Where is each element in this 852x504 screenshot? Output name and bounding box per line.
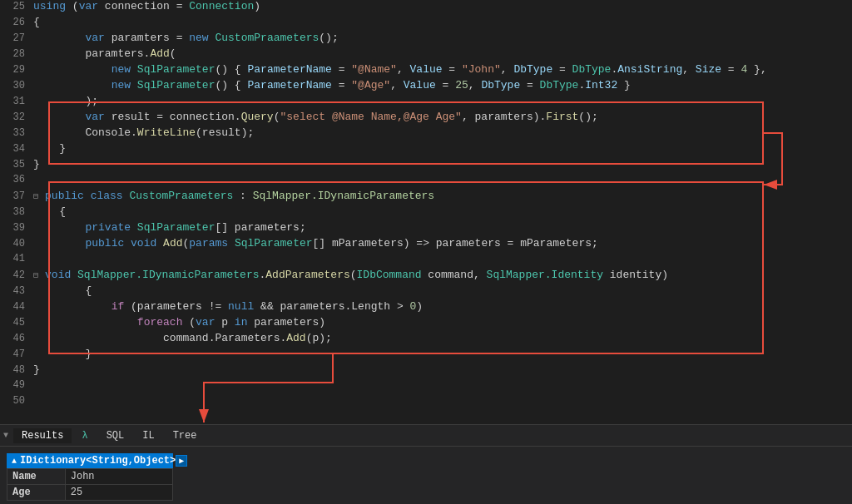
line-number: 46 — [0, 333, 33, 344]
tab-lambda[interactable]: λ — [73, 428, 96, 443]
token-type: SqlParameter — [137, 221, 215, 234]
token-plain: ) — [416, 300, 423, 313]
token-plain: parameters) — [247, 316, 325, 329]
line-content: new SqlParameter() { ParameterName = "@N… — [33, 63, 852, 76]
panel-collapse-arrow[interactable]: ▼ — [3, 431, 8, 440]
tab-il[interactable]: IL — [134, 428, 162, 443]
line-34: 34 } — [0, 142, 852, 158]
line-39: 39 private SqlParameter[] parameters; — [0, 221, 852, 237]
token-plain: Console. — [33, 126, 137, 139]
token-plain: (p); — [306, 332, 332, 344]
line-content: var paramters = new CustomPraameters(); — [33, 32, 852, 44]
line-content: } — [33, 363, 852, 376]
line-35: 35} — [0, 158, 852, 174]
token-kw: var — [196, 316, 215, 329]
result-key: Name — [7, 469, 66, 485]
token-plain: { — [33, 205, 66, 218]
token-prop: ParameterName — [247, 63, 331, 76]
line-number: 38 — [0, 206, 33, 218]
token-plain: = — [552, 63, 572, 76]
tabs-bar: ▼ Results λ SQL IL Tree — [0, 425, 852, 447]
token-plain: p — [215, 316, 234, 329]
token-type: Connection — [189, 0, 254, 12]
token-plain: paramters = — [105, 32, 189, 44]
line-29: 29 new SqlParameter() { ParameterName = … — [0, 63, 852, 79]
token-plain: (parameters != — [124, 300, 228, 313]
tab-tree[interactable]: Tree — [165, 428, 206, 443]
line-number: 48 — [0, 364, 33, 376]
line-content: command.Parameters.Add(p); — [33, 332, 852, 344]
token-type: DbType — [540, 79, 579, 91]
line-28: 28 paramters.Add( — [0, 47, 852, 63]
line-content: foreach (var p in parameters) — [33, 316, 852, 329]
line-number: 44 — [0, 301, 33, 313]
tab-results[interactable]: Results — [13, 428, 72, 443]
token-plain: ( — [350, 269, 357, 281]
token-method: First — [546, 111, 578, 123]
token-plain: ( — [182, 316, 196, 329]
line-number: 34 — [0, 143, 33, 155]
token-plain — [131, 221, 137, 234]
line-number: 50 — [0, 395, 33, 407]
line-number: 49 — [0, 379, 33, 391]
token-plain: : — [233, 190, 252, 202]
token-plain: , paramters). — [462, 111, 546, 123]
token-method: AddParameters — [265, 269, 349, 281]
token-type: DbType — [572, 63, 612, 76]
token-type: SqlMapper.Identity — [487, 269, 603, 281]
token-method: Add — [163, 237, 182, 250]
token-plain: { — [33, 284, 92, 297]
line-content: ⊟ void SqlMapper.IDynamicParameters.AddP… — [33, 269, 852, 281]
expand-icon[interactable]: ⊟ — [33, 192, 43, 201]
token-plain: identity) — [603, 269, 668, 281]
line-38: 38 { — [0, 205, 852, 221]
token-plain: } — [33, 363, 40, 376]
line-content: paramters.Add( — [33, 47, 852, 60]
token-prop: Value — [410, 63, 443, 76]
token-num: 25 — [455, 79, 468, 91]
line-42: 42⊟ void SqlMapper.IDynamicParameters.Ad… — [0, 269, 852, 284]
line-content: Console.WriteLine(result); — [33, 126, 852, 139]
token-plain — [33, 111, 85, 123]
token-str: "@Age" — [351, 79, 390, 91]
token-plain: { — [33, 16, 40, 28]
token-plain: [] parameters; — [215, 221, 305, 234]
token-kw: private — [85, 221, 131, 234]
line-number: 26 — [0, 17, 33, 28]
token-kw: void — [45, 269, 71, 281]
token-kw: public — [85, 237, 124, 250]
line-27: 27 var paramters = new CustomPraameters(… — [0, 32, 852, 47]
line-content: } — [33, 142, 852, 155]
expand-icon[interactable]: ⊟ — [33, 271, 43, 280]
line-44: 44 if (parameters != null && parameters.… — [0, 300, 852, 316]
line-31: 31 ); — [0, 95, 852, 111]
code-lines: 25using (var connection = Connection)26{… — [0, 0, 852, 411]
token-plain: result = connection. — [105, 111, 241, 123]
tab-sql[interactable]: SQL — [98, 428, 133, 443]
token-prop: Size — [696, 63, 721, 76]
nav-next-btn[interactable]: ▶ — [176, 455, 187, 467]
token-plain: (result); — [196, 126, 254, 139]
token-plain — [156, 237, 163, 250]
token-prop: ParameterName — [247, 79, 331, 91]
token-plain — [33, 300, 111, 313]
token-prop: DbType — [513, 63, 552, 76]
token-plain: ( — [66, 0, 79, 12]
line-content: var result = connection.Query("select @N… — [33, 111, 852, 123]
line-32: 32 var result = connection.Query("select… — [0, 111, 852, 126]
line-content: { — [33, 16, 852, 28]
result-table-header: ▲ IDictionary<String,Object> ▶ — [7, 453, 173, 468]
line-43: 43 { — [0, 284, 852, 300]
line-number: 32 — [0, 111, 33, 123]
token-prop: Int32 — [585, 79, 617, 91]
token-plain: = — [332, 63, 351, 76]
line-30: 30 new SqlParameter() { ParameterName = … — [0, 79, 852, 95]
expand-btn[interactable]: ▲ — [12, 457, 17, 466]
line-49: 49 — [0, 379, 852, 395]
token-plain: = — [721, 63, 741, 76]
line-37: 37⊟ public class CustomPraameters : SqlM… — [0, 190, 852, 205]
token-plain: } — [33, 158, 40, 170]
token-prop: DbType — [481, 79, 520, 91]
line-content: private SqlParameter[] parameters; — [33, 221, 852, 234]
token-plain — [131, 79, 137, 91]
